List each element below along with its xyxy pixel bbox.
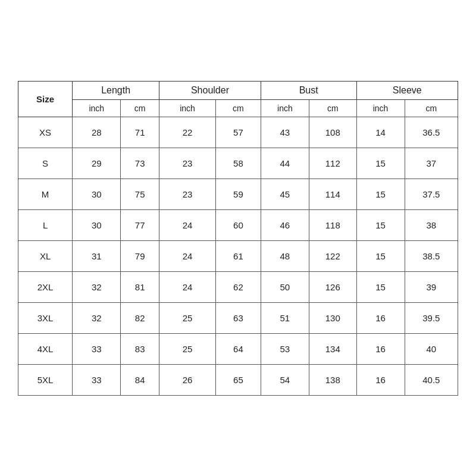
bust-cm-cell: 122 <box>309 240 356 271</box>
length-inch-header: inch <box>73 99 121 117</box>
length-inch-cell: 30 <box>73 209 121 240</box>
bust-cm-cell: 134 <box>309 333 356 364</box>
table-row: L30772460461181538 <box>18 209 458 240</box>
size-chart-table: Size Length Shoulder Bust Sleeve inch cm… <box>18 81 458 396</box>
shoulder-inch-header: inch <box>159 99 216 117</box>
length-inch-cell: 32 <box>73 302 121 333</box>
shoulder-inch-cell: 22 <box>159 117 216 148</box>
length-cm-cell: 82 <box>121 302 159 333</box>
size-cell: XL <box>18 240 73 271</box>
sleeve-cm-header: cm <box>405 99 458 117</box>
length-header: Length <box>73 81 159 99</box>
shoulder-cm-cell: 59 <box>216 178 261 209</box>
shoulder-inch-cell: 24 <box>159 240 216 271</box>
length-cm-cell: 79 <box>121 240 159 271</box>
shoulder-cm-cell: 63 <box>216 302 261 333</box>
shoulder-inch-cell: 24 <box>159 209 216 240</box>
shoulder-inch-cell: 25 <box>159 302 216 333</box>
shoulder-inch-cell: 26 <box>159 364 216 395</box>
size-cell: 4XL <box>18 333 73 364</box>
sleeve-inch-cell: 15 <box>356 148 405 178</box>
shoulder-cm-cell: 62 <box>216 271 261 302</box>
bust-inch-header: inch <box>261 99 309 117</box>
sleeve-cm-cell: 40.5 <box>405 364 458 395</box>
length-inch-cell: 29 <box>73 148 121 178</box>
size-cell: 3XL <box>18 302 73 333</box>
table-row: M30752359451141537.5 <box>18 178 458 209</box>
shoulder-cm-cell: 61 <box>216 240 261 271</box>
sleeve-inch-cell: 15 <box>356 271 405 302</box>
bust-inch-cell: 43 <box>261 117 309 148</box>
length-cm-cell: 73 <box>121 148 159 178</box>
sleeve-cm-cell: 38 <box>405 209 458 240</box>
length-cm-cell: 81 <box>121 271 159 302</box>
sleeve-header: Sleeve <box>356 81 458 99</box>
length-cm-header: cm <box>121 99 159 117</box>
length-cm-cell: 84 <box>121 364 159 395</box>
table-row: S29732358441121537 <box>18 148 458 178</box>
bust-cm-cell: 108 <box>309 117 356 148</box>
sleeve-cm-cell: 39 <box>405 271 458 302</box>
bust-inch-cell: 53 <box>261 333 309 364</box>
length-cm-cell: 83 <box>121 333 159 364</box>
length-inch-cell: 28 <box>73 117 121 148</box>
bust-inch-cell: 48 <box>261 240 309 271</box>
bust-inch-cell: 45 <box>261 178 309 209</box>
shoulder-cm-cell: 60 <box>216 209 261 240</box>
length-cm-cell: 75 <box>121 178 159 209</box>
sleeve-inch-cell: 16 <box>356 333 405 364</box>
length-inch-cell: 33 <box>73 333 121 364</box>
length-cm-cell: 71 <box>121 117 159 148</box>
size-cell: M <box>18 178 73 209</box>
sleeve-cm-cell: 39.5 <box>405 302 458 333</box>
shoulder-inch-cell: 23 <box>159 148 216 178</box>
bust-inch-cell: 51 <box>261 302 309 333</box>
shoulder-inch-cell: 25 <box>159 333 216 364</box>
table-row: 3XL32822563511301639.5 <box>18 302 458 333</box>
length-inch-cell: 31 <box>73 240 121 271</box>
size-cell: 2XL <box>18 271 73 302</box>
bust-cm-cell: 138 <box>309 364 356 395</box>
sleeve-cm-cell: 37.5 <box>405 178 458 209</box>
sleeve-inch-header: inch <box>356 99 405 117</box>
table-row: 5XL33842665541381640.5 <box>18 364 458 395</box>
length-inch-cell: 30 <box>73 178 121 209</box>
shoulder-inch-cell: 24 <box>159 271 216 302</box>
sleeve-cm-cell: 40 <box>405 333 458 364</box>
bust-cm-header: cm <box>309 99 356 117</box>
bust-cm-cell: 126 <box>309 271 356 302</box>
shoulder-inch-cell: 23 <box>159 178 216 209</box>
bust-inch-cell: 54 <box>261 364 309 395</box>
size-header: Size <box>18 81 73 117</box>
bust-cm-cell: 118 <box>309 209 356 240</box>
bust-inch-cell: 46 <box>261 209 309 240</box>
table-row: XL31792461481221538.5 <box>18 240 458 271</box>
bust-cm-cell: 112 <box>309 148 356 178</box>
length-inch-cell: 33 <box>73 364 121 395</box>
sleeve-inch-cell: 16 <box>356 302 405 333</box>
shoulder-header: Shoulder <box>159 81 261 99</box>
sleeve-inch-cell: 15 <box>356 209 405 240</box>
table-row: 2XL32812462501261539 <box>18 271 458 302</box>
sleeve-cm-cell: 38.5 <box>405 240 458 271</box>
size-cell: L <box>18 209 73 240</box>
size-chart-wrapper: Size Length Shoulder Bust Sleeve inch cm… <box>6 69 470 408</box>
bust-cm-cell: 130 <box>309 302 356 333</box>
sleeve-inch-cell: 15 <box>356 240 405 271</box>
bust-cm-cell: 114 <box>309 178 356 209</box>
sleeve-inch-cell: 15 <box>356 178 405 209</box>
shoulder-cm-header: cm <box>216 99 261 117</box>
shoulder-cm-cell: 58 <box>216 148 261 178</box>
bust-inch-cell: 50 <box>261 271 309 302</box>
table-row: XS28712257431081436.5 <box>18 117 458 148</box>
table-row: 4XL33832564531341640 <box>18 333 458 364</box>
shoulder-cm-cell: 65 <box>216 364 261 395</box>
length-inch-cell: 32 <box>73 271 121 302</box>
shoulder-cm-cell: 57 <box>216 117 261 148</box>
sleeve-inch-cell: 16 <box>356 364 405 395</box>
length-cm-cell: 77 <box>121 209 159 240</box>
size-cell: 5XL <box>18 364 73 395</box>
shoulder-cm-cell: 64 <box>216 333 261 364</box>
size-cell: S <box>18 148 73 178</box>
sleeve-inch-cell: 14 <box>356 117 405 148</box>
